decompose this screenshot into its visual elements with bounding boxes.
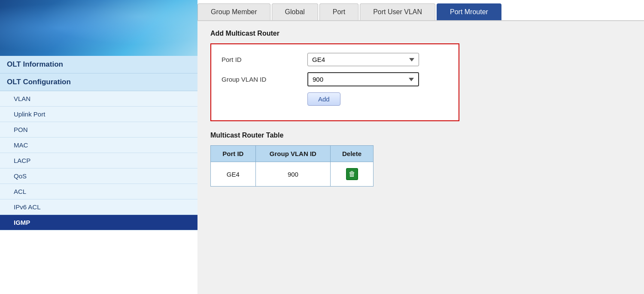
tab-global[interactable]: Global	[272, 3, 318, 20]
sidebar: OLT Information OLT Configuration VLAN U…	[0, 0, 197, 294]
page-content: Add Multicast Router Port ID GE1 GE2 GE3…	[197, 21, 644, 294]
cell-group-vlan-id: 900	[255, 162, 330, 187]
sidebar-item-mac[interactable]: MAC	[0, 138, 197, 153]
sidebar-item-qos[interactable]: QoS	[0, 168, 197, 184]
sidebar-item-pon[interactable]: PON	[0, 122, 197, 138]
cell-port-id: GE4	[211, 162, 256, 187]
sidebar-item-uplink-port[interactable]: Uplink Port	[0, 107, 197, 122]
add-button[interactable]: Add	[307, 92, 340, 106]
add-button-row: Add	[222, 92, 448, 106]
port-id-select[interactable]: GE1 GE2 GE3 GE4 GE5 GE6 GE7 GE8	[307, 53, 419, 66]
cell-delete: 🗑	[331, 162, 374, 187]
tab-port-mrouter[interactable]: Port Mrouter	[437, 3, 501, 20]
sidebar-item-igmp[interactable]: IGMP	[0, 215, 197, 230]
col-header-group-vlan-id: Group VLAN ID	[255, 146, 330, 162]
delete-button[interactable]: 🗑	[344, 166, 360, 182]
sidebar-item-acl[interactable]: ACL	[0, 184, 197, 199]
sidebar-hero-image	[0, 0, 197, 56]
multicast-router-table-section: Multicast Router Table Port ID Group VLA…	[210, 132, 631, 187]
group-vlan-id-label: Group VLAN ID	[222, 76, 307, 83]
table-section-title: Multicast Router Table	[210, 132, 631, 139]
sidebar-header-olt-info: OLT Information	[0, 56, 197, 74]
sidebar-item-vlan[interactable]: VLAN	[0, 91, 197, 107]
col-header-port-id: Port ID	[211, 146, 256, 162]
sidebar-item-ipv6-acl[interactable]: IPv6 ACL	[0, 199, 197, 215]
group-vlan-id-select[interactable]: 100 200 300 400 500 600 700 800 900 1000	[307, 72, 419, 86]
tab-port-user-vlan[interactable]: Port User VLAN	[360, 3, 435, 20]
sidebar-item-lacp[interactable]: LACP	[0, 153, 197, 168]
tab-port[interactable]: Port	[319, 3, 358, 20]
table-header-row: Port ID Group VLAN ID Delete	[211, 146, 374, 162]
table-row: GE4 900 🗑	[211, 162, 374, 187]
group-vlan-id-row: Group VLAN ID 100 200 300 400 500 600 70…	[222, 72, 448, 86]
router-table: Port ID Group VLAN ID Delete GE4 900 🗑	[210, 145, 374, 187]
form-section-title: Add Multicast Router	[210, 30, 631, 37]
sidebar-header-olt-config: OLT Configuration	[0, 74, 197, 91]
tab-group-member[interactable]: Group Member	[197, 3, 270, 20]
col-header-delete: Delete	[331, 146, 374, 162]
tab-bar: Group Member Global Port Port User VLAN …	[197, 0, 644, 21]
sidebar-navigation: OLT Information OLT Configuration VLAN U…	[0, 56, 197, 294]
port-id-label: Port ID	[222, 56, 307, 63]
trash-icon: 🗑	[346, 168, 358, 180]
main-content: Group Member Global Port Port User VLAN …	[197, 0, 644, 294]
add-multicast-router-form: Port ID GE1 GE2 GE3 GE4 GE5 GE6 GE7 GE8 …	[210, 43, 459, 121]
port-id-row: Port ID GE1 GE2 GE3 GE4 GE5 GE6 GE7 GE8	[222, 53, 448, 66]
